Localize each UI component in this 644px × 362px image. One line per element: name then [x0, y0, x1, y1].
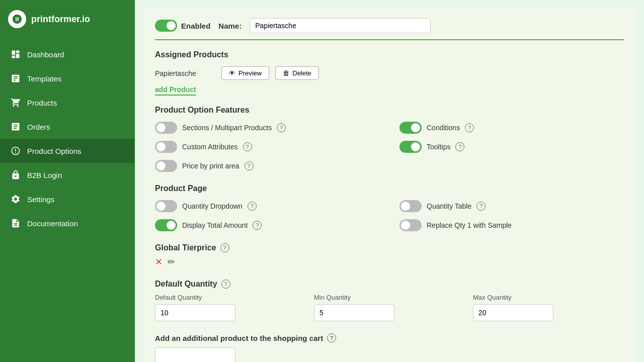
- doc-icon: [10, 218, 21, 229]
- product-row: Papiertasche 👁 Preview 🗑 Delete: [155, 66, 624, 80]
- enabled-toggle-wrap: Enabled: [155, 20, 210, 32]
- replace-qty-label: Replace Qty 1 with Sample: [427, 221, 512, 229]
- sections-label: Sections / Multipart Products: [182, 124, 272, 132]
- b2b-icon: [10, 169, 21, 180]
- products-icon: [10, 97, 21, 108]
- feature-conditions: Conditions ?: [399, 122, 624, 134]
- tierprice-title: Global Tierprice: [155, 243, 216, 252]
- default-qty-label: Default Quantity: [155, 294, 306, 301]
- default-qty-help-icon[interactable]: ?: [221, 280, 230, 289]
- page-features-right: Quantity Table ? Replace Qty 1 with Samp…: [399, 200, 624, 231]
- feature-custom-attrs: Custom Attributes ?: [155, 141, 379, 153]
- feature-price-print: Price by print area ?: [155, 160, 379, 172]
- display-total-toggle[interactable]: [155, 219, 177, 231]
- additional-product-input[interactable]: [155, 347, 235, 362]
- feature-display-total: Display Total Amount ?: [155, 219, 379, 231]
- additional-product-title: Add an additional product to the shoppin…: [155, 333, 624, 342]
- add-product-link[interactable]: add Product: [155, 85, 196, 96]
- content-card: Enabled Name: Assigned Products Papierta…: [143, 8, 636, 362]
- delete-button[interactable]: 🗑 Delete: [275, 66, 319, 80]
- product-options-icon: [10, 145, 21, 156]
- sidebar-item-products[interactable]: Products: [0, 90, 135, 115]
- sidebar-item-templates[interactable]: Templates: [0, 66, 135, 90]
- sections-toggle[interactable]: [155, 122, 177, 134]
- custom-attrs-toggle[interactable]: [155, 141, 177, 153]
- qty-table-toggle[interactable]: [399, 200, 422, 212]
- sidebar: printformer.io Dashboard Templates Produ…: [0, 0, 135, 362]
- feature-tooltips: Tooltips ?: [399, 141, 624, 153]
- sidebar-logo: printformer.io: [0, 0, 135, 38]
- preview-label: Preview: [238, 69, 262, 77]
- qty-dropdown-help-icon[interactable]: ?: [248, 202, 257, 211]
- qty-dropdown-label: Quantity Dropdown: [182, 202, 243, 210]
- min-qty-field: Min Quantity: [314, 294, 465, 321]
- sidebar-item-orders[interactable]: Orders: [0, 115, 135, 139]
- product-page-section: Product Page Quantity Dropdown ? Display…: [155, 184, 624, 231]
- enabled-toggle[interactable]: [155, 20, 177, 32]
- tierprice-delete-button[interactable]: ✕: [155, 256, 163, 267]
- sidebar-label-documentation: Documentation: [27, 219, 78, 228]
- custom-attrs-label: Custom Attributes: [182, 143, 238, 151]
- tierprice-edit-button[interactable]: ✏: [168, 256, 175, 267]
- sidebar-label-orders: Orders: [27, 123, 50, 131]
- replace-qty-toggle[interactable]: [399, 219, 422, 231]
- conditions-label: Conditions: [427, 124, 460, 132]
- conditions-help-icon[interactable]: ?: [465, 123, 474, 132]
- tierprice-help-icon[interactable]: ?: [220, 243, 229, 252]
- assigned-products-title: Assigned Products: [155, 50, 624, 59]
- max-qty-label: Max Quantity: [473, 294, 624, 301]
- main-content: Enabled Name: Assigned Products Papierta…: [135, 0, 644, 362]
- additional-product-label: Add an additional product to the shoppin…: [155, 334, 323, 342]
- orders-icon: [10, 121, 21, 132]
- display-total-help-icon[interactable]: ?: [253, 221, 262, 230]
- sidebar-item-product-options[interactable]: Product Options: [0, 139, 135, 163]
- max-qty-field: Max Quantity: [473, 294, 624, 321]
- display-total-label: Display Total Amount: [182, 221, 248, 229]
- preview-button[interactable]: 👁 Preview: [221, 66, 269, 80]
- default-qty-title: Default Quantity: [155, 280, 217, 289]
- trash-icon: 🗑: [283, 69, 289, 77]
- sidebar-label-settings: Settings: [27, 195, 54, 204]
- templates-icon: [10, 73, 21, 84]
- min-qty-label: Min Quantity: [314, 294, 465, 301]
- sidebar-item-dashboard[interactable]: Dashboard: [0, 42, 135, 66]
- assigned-products-section: Assigned Products Papiertasche 👁 Preview…: [155, 50, 624, 96]
- max-qty-input[interactable]: [473, 304, 553, 321]
- default-qty-input[interactable]: [155, 304, 235, 321]
- conditions-toggle[interactable]: [399, 122, 422, 134]
- sidebar-label-dashboard: Dashboard: [27, 50, 64, 59]
- qty-table-label: Quantity Table: [427, 202, 471, 210]
- page-features-left: Quantity Dropdown ? Display Total Amount…: [155, 200, 379, 231]
- logo-icon: [8, 10, 26, 28]
- min-qty-input[interactable]: [314, 304, 394, 321]
- sidebar-item-settings[interactable]: Settings: [0, 187, 135, 211]
- price-print-label: Price by print area: [182, 162, 239, 170]
- qty-dropdown-toggle[interactable]: [155, 200, 177, 212]
- enabled-label: Enabled: [181, 22, 210, 30]
- global-tierprice-section: Global Tierprice ? ✕ ✏: [155, 243, 624, 267]
- features-grid: Sections / Multipart Products ? Custom A…: [155, 122, 624, 172]
- additional-product-help-icon[interactable]: ?: [327, 333, 336, 342]
- feature-qty-table: Quantity Table ?: [399, 200, 624, 212]
- name-input[interactable]: [250, 18, 431, 33]
- delete-label: Delete: [292, 69, 311, 77]
- tooltips-help-icon[interactable]: ?: [455, 142, 464, 151]
- sidebar-label-product-options: Product Options: [27, 147, 82, 155]
- sidebar-nav: Dashboard Templates Products Orders Prod…: [0, 38, 135, 239]
- tooltips-label: Tooltips: [427, 143, 450, 151]
- sidebar-label-templates: Templates: [27, 74, 61, 83]
- custom-attrs-help-icon[interactable]: ?: [243, 142, 252, 151]
- price-print-toggle[interactable]: [155, 160, 177, 172]
- tooltips-toggle[interactable]: [399, 141, 422, 153]
- features-left: Sections / Multipart Products ? Custom A…: [155, 122, 379, 172]
- name-label: Name:: [218, 22, 242, 30]
- features-right: Conditions ? Tooltips ?: [399, 122, 624, 172]
- price-print-help-icon[interactable]: ?: [245, 161, 254, 170]
- sidebar-item-documentation[interactable]: Documentation: [0, 211, 135, 235]
- sidebar-item-b2b[interactable]: B2B Login: [0, 163, 135, 187]
- page-features-grid: Quantity Dropdown ? Display Total Amount…: [155, 200, 624, 231]
- feature-sections: Sections / Multipart Products ?: [155, 122, 379, 134]
- qty-table-help-icon[interactable]: ?: [476, 202, 486, 211]
- sections-help-icon[interactable]: ?: [277, 123, 286, 132]
- feature-replace-qty: Replace Qty 1 with Sample: [399, 219, 624, 231]
